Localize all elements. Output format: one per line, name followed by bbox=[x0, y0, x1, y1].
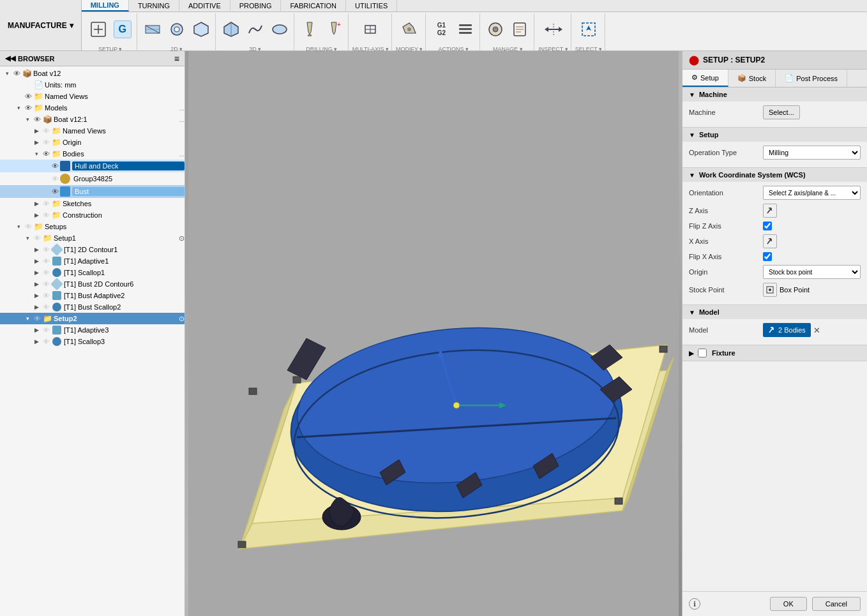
tab-setup[interactable]: ⚙ Setup bbox=[682, 70, 728, 87]
eye-t1-adp1[interactable]: 👁 bbox=[41, 257, 51, 265]
setup-section-header[interactable]: ▼ Setup bbox=[682, 128, 867, 142]
tree-item-origin[interactable]: ▶ 👁 📁 Origin bbox=[0, 137, 185, 148]
tree-item-bodies[interactable]: ▾ 👁 📁 Bodies ... bbox=[0, 148, 185, 160]
3d-btn1[interactable] bbox=[220, 13, 243, 45]
tab-milling[interactable]: MILLING bbox=[82, 0, 129, 11]
tree-eye-models[interactable]: 👁 bbox=[23, 104, 33, 112]
eye-t1-bustscp2[interactable]: 👁 bbox=[41, 303, 51, 311]
machine-select-button[interactable]: Select... bbox=[763, 105, 800, 119]
browser-content[interactable]: ▾ 👁 📦 Boat v12 📄 Units: mm 👁 📁 Named Vie… bbox=[0, 66, 185, 616]
tree-item-t1-2dcontour1[interactable]: ▶ 👁 [T1] 2D Contour1 bbox=[0, 244, 185, 255]
tree-item-t1-adaptive1[interactable]: ▶ 👁 [T1] Adaptive1 bbox=[0, 255, 185, 267]
tree-item-setup2[interactable]: ▾ 👁 📁 Setup2 ⊙ bbox=[0, 313, 185, 324]
2d-btn3[interactable] bbox=[190, 13, 213, 45]
mgn-btn2[interactable] bbox=[508, 13, 531, 45]
ok-button[interactable]: OK bbox=[770, 597, 807, 611]
manufacture-button[interactable]: MANUFACTURE ▾ bbox=[0, 0, 82, 50]
machine-section-header[interactable]: ▼ Machine bbox=[682, 87, 867, 101]
tree-item-t1-adaptive3[interactable]: ▶ 👁 [T1] Adaptive3 bbox=[0, 324, 185, 336]
tree-eye-sketches[interactable]: 👁 bbox=[41, 200, 51, 207]
tree-item-boat-v12-1[interactable]: ▾ 👁 📦 Boat v12:1 ... bbox=[0, 114, 185, 125]
tree-eye-setup1[interactable]: 👁 bbox=[32, 234, 42, 242]
tree-item-named-views-1[interactable]: 👁 📁 Named Views bbox=[0, 91, 185, 102]
2d-btn2[interactable] bbox=[165, 13, 188, 45]
drill-btn2[interactable]: + bbox=[322, 13, 345, 45]
tree-eye-hull[interactable]: 👁 bbox=[50, 162, 60, 170]
fixture-section-header[interactable]: ▶ Fixture bbox=[682, 345, 867, 361]
viewport[interactable]: X-↓ bbox=[185, 51, 682, 616]
eye-t1-scp3[interactable]: 👁 bbox=[41, 338, 51, 345]
x-axis-select-button[interactable] bbox=[763, 234, 777, 248]
new-setup-button[interactable] bbox=[87, 13, 110, 45]
tree-item-models[interactable]: ▾ 👁 📁 Models ... bbox=[0, 102, 185, 114]
eye-t1-scp1[interactable]: 👁 bbox=[41, 269, 51, 276]
tree-item-sketches[interactable]: ▶ 👁 📁 Sketches bbox=[0, 198, 185, 209]
tab-turning[interactable]: TURNING bbox=[129, 0, 179, 11]
3d-btn3[interactable] bbox=[268, 13, 291, 45]
tree-item-group34825[interactable]: 👁 Group34825 bbox=[0, 172, 185, 185]
model-section-header[interactable]: ▼ Model bbox=[682, 305, 867, 319]
tree-eye-bust[interactable]: 👁 bbox=[50, 188, 60, 195]
mgn-btn1[interactable] bbox=[484, 13, 507, 45]
tree-item-units[interactable]: 📄 Units: mm bbox=[0, 79, 185, 91]
tab-additive[interactable]: ADDITIVE bbox=[179, 0, 230, 11]
tab-fabrication[interactable]: FABRICATION bbox=[281, 0, 346, 11]
operation-type-select[interactable]: Milling Turning bbox=[763, 146, 861, 160]
z-axis-select-button[interactable] bbox=[763, 204, 777, 218]
tab-stock[interactable]: 📦 Stock bbox=[728, 70, 776, 87]
tree-item-boat[interactable]: ▾ 👁 📦 Boat v12 bbox=[0, 68, 185, 79]
tree-item-t1-bustadp2[interactable]: ▶ 👁 [T1] Bust Adaptive2 bbox=[0, 290, 185, 301]
tree-eye-setup2[interactable]: 👁 bbox=[32, 315, 42, 322]
tab-utilities[interactable]: UTILITIES bbox=[346, 0, 397, 11]
eye-t1-bustadp2[interactable]: 👁 bbox=[41, 292, 51, 299]
flip-x-checkbox[interactable] bbox=[763, 252, 772, 261]
tree-eye-construction[interactable]: 👁 bbox=[41, 211, 51, 219]
tab-post-process[interactable]: 📄 Post Process bbox=[776, 70, 847, 87]
tree-item-t1-bust2dc6[interactable]: ▶ 👁 [T1] Bust 2D Contour6 bbox=[0, 278, 185, 290]
act-btn2[interactable] bbox=[454, 13, 477, 45]
info-button[interactable]: ℹ bbox=[689, 598, 700, 610]
origin-select[interactable]: Stock box point Model origin bbox=[763, 265, 861, 279]
sel-btn1[interactable] bbox=[577, 13, 600, 45]
orientation-select[interactable]: Select Z axis/plane & ... bbox=[763, 186, 861, 200]
tree-eye-nv2[interactable]: 👁 bbox=[41, 127, 51, 135]
3d-btn2[interactable] bbox=[244, 13, 267, 45]
cancel-button[interactable]: Cancel bbox=[812, 597, 861, 611]
tree-item-construction[interactable]: ▶ 👁 📁 Construction bbox=[0, 209, 185, 221]
tree-eye-setups[interactable]: 👁 bbox=[23, 223, 33, 230]
tree-item-bust[interactable]: 👁 Bust bbox=[0, 185, 185, 198]
setup-g-button[interactable]: G bbox=[111, 13, 134, 45]
tree-eye-boat[interactable]: 👁 bbox=[11, 70, 22, 77]
browser-collapse-icon[interactable]: ◀◀ bbox=[5, 54, 15, 63]
flip-z-checkbox[interactable] bbox=[763, 222, 772, 230]
eye-t1-adp3[interactable]: 👁 bbox=[41, 326, 51, 334]
tree-eye-bv12[interactable]: 👁 bbox=[32, 116, 42, 123]
tree-eye-grp[interactable]: 👁 bbox=[50, 175, 60, 183]
tab-probing[interactable]: PROBING bbox=[230, 0, 282, 11]
2d-btn1[interactable] bbox=[141, 13, 164, 45]
eye-t1-2dc1[interactable]: 👁 bbox=[41, 246, 51, 253]
tree-item-setup1[interactable]: ▾ 👁 📁 Setup1 ⊙ bbox=[0, 232, 185, 244]
ins-btn1[interactable] bbox=[542, 13, 565, 45]
ma-btn1[interactable] bbox=[359, 13, 382, 45]
browser-menu-icon[interactable]: ≡ bbox=[174, 54, 179, 64]
act-btn1[interactable]: G1G2 bbox=[430, 13, 453, 45]
tree-eye-origin[interactable]: 👁 bbox=[41, 139, 51, 146]
tree-eye-bodies[interactable]: 👁 bbox=[41, 150, 51, 158]
tree-item-t1-scallop3[interactable]: ▶ 👁 [T1] Scallop3 bbox=[0, 336, 185, 347]
mod-btn1[interactable] bbox=[398, 13, 421, 45]
tree-item-hull-deck[interactable]: 👁 Hull and Deck bbox=[0, 160, 185, 172]
wcs-section-header[interactable]: ▼ Work Coordinate System (WCS) bbox=[682, 168, 867, 182]
model-clear-icon[interactable]: ✕ bbox=[813, 326, 820, 335]
stock-point-icon-btn[interactable] bbox=[763, 283, 777, 297]
fixture-checkbox[interactable] bbox=[698, 349, 707, 357]
tree-item-named-views-2[interactable]: ▶ 👁 📁 Named Views bbox=[0, 125, 185, 137]
tree-item-t1-bustscp2[interactable]: ▶ 👁 [T1] Bust Scallop2 bbox=[0, 301, 185, 313]
tree-item-t1-scallop1[interactable]: ▶ 👁 [T1] Scallop1 bbox=[0, 267, 185, 278]
model-bodies-button[interactable]: 2 Bodies bbox=[763, 323, 811, 337]
drill-btn1[interactable] bbox=[298, 13, 321, 45]
eye-t1-bust2dc6[interactable]: 👁 bbox=[41, 280, 51, 288]
3d-icon2 bbox=[246, 20, 264, 38]
tree-eye-nv1[interactable]: 👁 bbox=[23, 93, 33, 100]
tree-item-setups[interactable]: ▾ 👁 📁 Setups bbox=[0, 221, 185, 232]
